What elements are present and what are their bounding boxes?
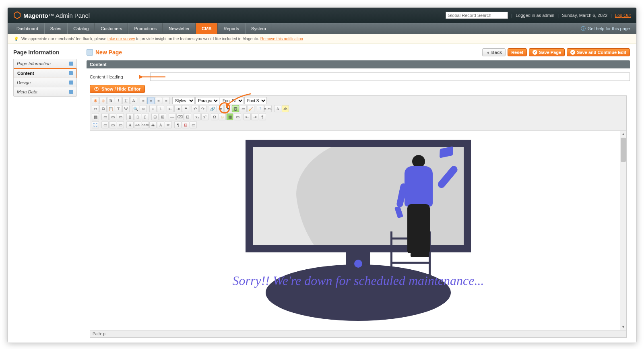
find-button[interactable]: 🔍	[132, 105, 139, 112]
indent-button[interactable]: ⇥	[174, 105, 182, 112]
variable-icon[interactable]: ⊕	[99, 97, 107, 104]
bg-color-button[interactable]: ab	[282, 105, 289, 112]
subscript-button[interactable]: x₂	[194, 113, 201, 120]
copy-button[interactable]: ⧉	[99, 105, 107, 112]
insert-image-button[interactable]: 🖼	[232, 105, 239, 112]
logout-link[interactable]: Log Out	[615, 13, 631, 18]
unlink-button[interactable]: ⚮	[217, 105, 224, 112]
template-button[interactable]: ▭	[190, 121, 197, 128]
cleanup-button[interactable]: 🧹	[247, 105, 254, 112]
row-before-button[interactable]: ▭	[101, 113, 109, 120]
nav-item-cms[interactable]: CMS	[196, 23, 217, 34]
superscript-button[interactable]: x²	[201, 113, 208, 120]
bold-button[interactable]: B	[107, 97, 114, 104]
html-button[interactable]: HTML	[264, 105, 272, 112]
nav-item-newsletter[interactable]: Newsletter	[163, 23, 196, 34]
replace-button[interactable]: ⤭	[140, 105, 147, 112]
undo-button[interactable]: ↶	[192, 105, 199, 112]
nav-item-customers[interactable]: Customers	[95, 23, 128, 34]
survey-link[interactable]: take our survey	[107, 37, 135, 41]
merge-cells-button[interactable]: ⊞	[159, 113, 166, 120]
sidebar-tab-content[interactable]: Content	[13, 68, 77, 78]
back-button[interactable]: ◄Back	[482, 48, 506, 56]
paste-button[interactable]: 📋	[107, 105, 114, 112]
align-right-button[interactable]: ≡	[155, 97, 162, 104]
print-button[interactable]: ⇥	[251, 113, 258, 120]
visual-aid-button[interactable]: ⊡	[184, 113, 191, 120]
sidebar-tab-meta-data[interactable]: Meta Data	[14, 87, 76, 96]
layer-front-button[interactable]: ▭	[109, 121, 116, 128]
emoticon-button[interactable]: ☺	[219, 113, 226, 120]
save-button[interactable]: ✓Save Page	[529, 48, 565, 56]
align-left-button[interactable]: ≡	[140, 97, 147, 104]
bullet-list-button[interactable]: ▪	[149, 105, 157, 112]
abbr-button[interactable]: ABBR	[142, 121, 149, 128]
layer-back-button[interactable]: ▭	[101, 121, 109, 128]
scroll-down-icon[interactable]: ▼	[620, 324, 626, 330]
styles-select[interactable]: Styles	[172, 97, 195, 104]
col-before-button[interactable]: ▯	[126, 113, 134, 120]
nav-item-promotions[interactable]: Promotions	[128, 23, 163, 34]
media-embed-button[interactable]: ▦	[226, 113, 233, 120]
toggle-editor-button[interactable]: Show / Hide Editor	[90, 85, 145, 93]
text-color-button[interactable]: A	[274, 105, 281, 112]
preview-button[interactable]: ¶	[259, 113, 266, 120]
row-after-button[interactable]: ▭	[109, 113, 116, 120]
nbsp-button[interactable]: ⊟	[182, 121, 189, 128]
special-char-button[interactable]: Ω	[211, 113, 218, 120]
font-family-select[interactable]: Font Family	[220, 97, 244, 104]
abs-button[interactable]: ▭	[117, 121, 124, 128]
css-button[interactable]: A	[126, 121, 134, 128]
redo-button[interactable]: ↷	[199, 105, 206, 112]
fullscreen-button[interactable]: ⛶	[92, 121, 99, 128]
cut-button[interactable]: ✂	[92, 105, 99, 112]
strike-button[interactable]: A	[130, 97, 137, 104]
split-cells-button[interactable]: ⊟	[151, 113, 159, 120]
scroll-up-icon[interactable]: ▲	[620, 131, 626, 137]
iframe-button[interactable]: ▭	[234, 113, 241, 120]
sidebar-tab-design[interactable]: Design	[14, 78, 76, 87]
table-button[interactable]: ▦	[92, 113, 99, 120]
media-button[interactable]: ▭	[239, 105, 247, 112]
col-after-button[interactable]: ▯	[134, 113, 141, 120]
sidebar-tab-page-information[interactable]: Page Information	[14, 59, 76, 68]
ins-button[interactable]: A	[157, 121, 164, 128]
nav-item-reports[interactable]: Reports	[218, 23, 246, 34]
widget-icon[interactable]: ❋	[92, 97, 99, 104]
delete-col-button[interactable]: ▯	[142, 113, 149, 120]
del-button[interactable]: A	[149, 121, 157, 128]
font-size-select[interactable]: Font Size	[244, 97, 267, 104]
editor-canvas[interactable]: Sorry!! We're down for scheduled mainten…	[90, 131, 626, 330]
anchor-button[interactable]: ⚑	[224, 105, 231, 112]
hr-button[interactable]: —	[169, 113, 176, 120]
paste-text-button[interactable]: T	[115, 105, 122, 112]
nav-item-sales[interactable]: Sales	[44, 23, 68, 34]
align-justify-button[interactable]: ≡	[163, 97, 170, 104]
visualchars-button[interactable]: ¶	[174, 121, 182, 128]
scroll-thumb[interactable]	[621, 138, 626, 162]
pagebreak-button[interactable]: ⇤	[244, 113, 251, 120]
attr-button[interactable]: ✏	[165, 121, 172, 128]
align-center-button[interactable]: ≡	[147, 97, 155, 104]
help-link[interactable]: Get help for this page	[588, 26, 630, 31]
help-button[interactable]: ?	[257, 105, 264, 112]
content-heading-input[interactable]	[150, 72, 630, 81]
remove-notification-link[interactable]: Remove this notification	[260, 37, 303, 41]
save-continue-button[interactable]: ✓Save and Continue Edit	[567, 48, 630, 56]
nav-item-dashboard[interactable]: Dashboard	[11, 23, 44, 34]
reset-button[interactable]: Reset	[508, 48, 527, 56]
outdent-button[interactable]: ⇤	[167, 105, 174, 112]
remove-format-button[interactable]: ⌫	[176, 113, 184, 120]
nav-item-system[interactable]: System	[245, 23, 272, 34]
format-select[interactable]: Paragraph	[195, 97, 219, 104]
acronym-button[interactable]: A.B.	[134, 121, 141, 128]
italic-button[interactable]: I	[115, 97, 122, 104]
vertical-scrollbar[interactable]: ▲ ▼	[620, 131, 626, 330]
delete-row-button[interactable]: ▭	[117, 113, 124, 120]
global-search-input[interactable]	[446, 12, 508, 19]
paste-word-button[interactable]: W	[122, 105, 130, 112]
link-button[interactable]: 🔗	[209, 105, 216, 112]
number-list-button[interactable]: 1.	[157, 105, 164, 112]
nav-item-catalog[interactable]: Catalog	[67, 23, 95, 34]
underline-button[interactable]: U	[122, 97, 130, 104]
